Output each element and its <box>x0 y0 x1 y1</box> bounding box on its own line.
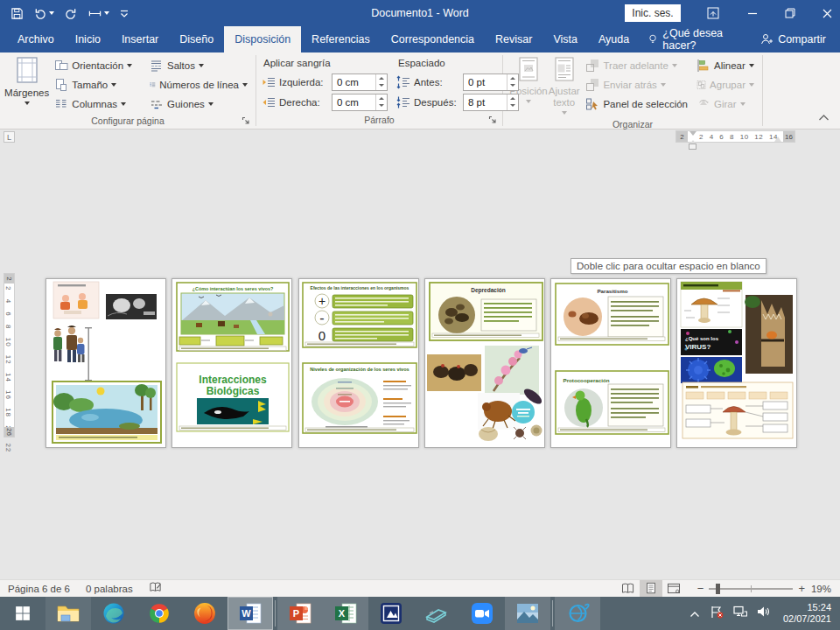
tab-archivo[interactable]: Archivo <box>7 26 65 52</box>
taskbar-edge[interactable] <box>91 597 136 630</box>
vertical-ruler[interactable]: 2 2 4 6 8 10 12 14 16 18 20 22 26 <box>4 273 15 438</box>
taskbar-word[interactable]: W <box>228 597 273 630</box>
taskbar-firefox[interactable] <box>182 597 228 630</box>
traer-adelante-button[interactable]: Traer adelante <box>581 56 692 75</box>
espaciado-despues-input[interactable]: 8 pt <box>463 94 519 111</box>
rotate-icon <box>696 97 710 111</box>
derecha-spin-up[interactable] <box>376 94 387 102</box>
tray-network[interactable] <box>733 606 747 621</box>
restore-button[interactable] <box>777 0 803 26</box>
tab-ayuda[interactable]: Ayuda <box>588 26 640 52</box>
saltos-label: Saltos <box>167 60 195 71</box>
print-layout-button[interactable] <box>640 580 662 597</box>
taskbar-chrome[interactable] <box>136 597 182 630</box>
izquierda-spin-up[interactable] <box>376 74 387 82</box>
ribbon-display-options-button[interactable] <box>700 0 726 26</box>
panel-de-seleccion-button[interactable]: Panel de selección <box>581 94 692 114</box>
zoom-percentage[interactable]: 19% <box>810 584 840 594</box>
tab-stop-selector[interactable]: L <box>4 131 15 143</box>
tab-referencias[interactable]: Referencias <box>301 26 381 52</box>
tab-diseno[interactable]: Diseño <box>169 26 224 52</box>
right-indent-marker[interactable] <box>774 133 781 142</box>
taskbar-excel[interactable]: X <box>323 597 368 630</box>
word-icon: W <box>239 602 262 625</box>
slide-title-interacciones-1: Interacciones <box>199 374 267 386</box>
document-page-3[interactable]: Efectos de las interacciones en los orga… <box>298 278 419 448</box>
taskbar-zoom[interactable] <box>459 597 505 630</box>
share-button[interactable]: Compartir <box>746 26 840 52</box>
document-page-5[interactable]: Parasitismo Protocooperación <box>550 278 671 448</box>
document-area[interactable]: L 2 2 4 6 8 10 12 14 16 2 2 4 6 8 10 12 … <box>0 130 840 579</box>
tab-vista[interactable]: Vista <box>542 26 588 52</box>
horizontal-ruler[interactable]: 2 2 4 6 8 10 12 14 16 <box>676 130 795 143</box>
taskbar-scanner[interactable] <box>414 597 459 630</box>
file-explorer-icon <box>57 603 80 624</box>
tray-volume[interactable] <box>757 606 770 621</box>
antes-spin-up[interactable] <box>508 74 518 82</box>
tamano-button[interactable]: Tamaño <box>50 75 145 94</box>
chevron-down-icon <box>562 111 567 117</box>
page-1-artwork <box>46 279 167 449</box>
page-indicator[interactable]: Página 6 de 6 <box>0 584 78 594</box>
collapse-ribbon-button[interactable] <box>818 108 830 124</box>
tray-action-center[interactable] <box>710 606 724 622</box>
chevron-up-icon <box>690 611 700 618</box>
tab-revisar[interactable]: Revisar <box>485 26 542 52</box>
tray-show-hidden-icons[interactable] <box>690 606 700 621</box>
sangria-derecha-input[interactable]: 0 cm <box>332 94 388 111</box>
despues-spin-down[interactable] <box>508 102 518 110</box>
saltos-button[interactable]: Saltos <box>145 56 252 75</box>
zoom-slider[interactable] <box>709 588 793 590</box>
numeros-de-linea-button[interactable]: Números de línea <box>145 75 252 94</box>
girar-button[interactable]: Girar <box>692 94 759 114</box>
start-button[interactable] <box>0 597 46 630</box>
sangria-izquierda-input[interactable]: 0 cm <box>332 74 388 91</box>
proofing-status[interactable] <box>141 581 170 596</box>
dialog-launcher-configurar-pagina[interactable] <box>241 116 251 126</box>
tab-disposicion[interactable]: Disposición <box>224 26 301 52</box>
bring-forward-icon <box>585 59 599 73</box>
agrupar-button[interactable]: Agrupar <box>692 75 759 94</box>
tell-me-box[interactable]: ¿Qué desea hacer? <box>640 26 746 52</box>
read-mode-button[interactable] <box>617 580 640 597</box>
columnas-button[interactable]: Columnas <box>50 94 145 114</box>
enviar-atras-button[interactable]: Enviar atrás <box>581 75 692 94</box>
margenes-button[interactable]: Márgenes <box>4 54 50 114</box>
document-page-1[interactable] <box>46 278 166 448</box>
document-page-4[interactable]: Depredación <box>424 278 545 448</box>
zoom-in-button[interactable]: + <box>798 582 805 595</box>
despues-spin-up[interactable] <box>508 94 518 102</box>
ajustar-texto-label: Ajustar texto <box>547 86 581 108</box>
espaciado-antes-input[interactable]: 0 pt <box>463 74 519 91</box>
sign-in-button[interactable]: Inic. ses. <box>625 4 681 22</box>
tab-inicio[interactable]: Inicio <box>65 26 111 52</box>
group-separator <box>762 55 763 126</box>
izquierda-spin-down[interactable] <box>376 82 387 90</box>
taskbar-internet-explorer[interactable] <box>555 597 600 630</box>
orientacion-button[interactable]: Orientación <box>50 56 145 75</box>
taskbar-clock[interactable]: 15:24 02/07/2021 <box>780 602 831 625</box>
dialog-launcher-parrafo[interactable] <box>487 115 498 125</box>
taskbar-powerpoint[interactable]: P <box>277 597 323 630</box>
close-icon <box>822 9 832 18</box>
web-layout-button[interactable] <box>662 580 685 597</box>
close-button[interactable] <box>814 0 840 26</box>
zoom-out-button[interactable]: − <box>697 582 704 595</box>
word-count[interactable]: 0 palabras <box>78 584 141 594</box>
antes-spin-down[interactable] <box>508 82 518 90</box>
document-page-6[interactable]: ¿Qué son los VIRUS? <box>676 278 797 448</box>
taskbar-photos[interactable] <box>505 597 550 630</box>
left-indent-marker[interactable] <box>689 144 696 150</box>
minimize-button[interactable] <box>739 0 766 26</box>
tab-insertar[interactable]: Insertar <box>111 26 169 52</box>
tab-correspondencia[interactable]: Correspondencia <box>381 26 485 52</box>
taskbar-file-explorer[interactable] <box>46 597 91 630</box>
guiones-button[interactable]: Guiones <box>145 94 252 114</box>
alinear-button[interactable]: Alinear <box>692 56 759 75</box>
taskbar-scan-app[interactable] <box>368 597 414 630</box>
zoom-slider-handle[interactable] <box>716 584 720 594</box>
document-page-2[interactable]: ¿Cómo interactúan los seres vivos? Inter… <box>172 278 292 448</box>
derecha-spin-down[interactable] <box>376 102 387 110</box>
ajustar-texto-button[interactable]: Ajustar texto <box>547 54 581 117</box>
page-size-icon <box>54 78 68 92</box>
